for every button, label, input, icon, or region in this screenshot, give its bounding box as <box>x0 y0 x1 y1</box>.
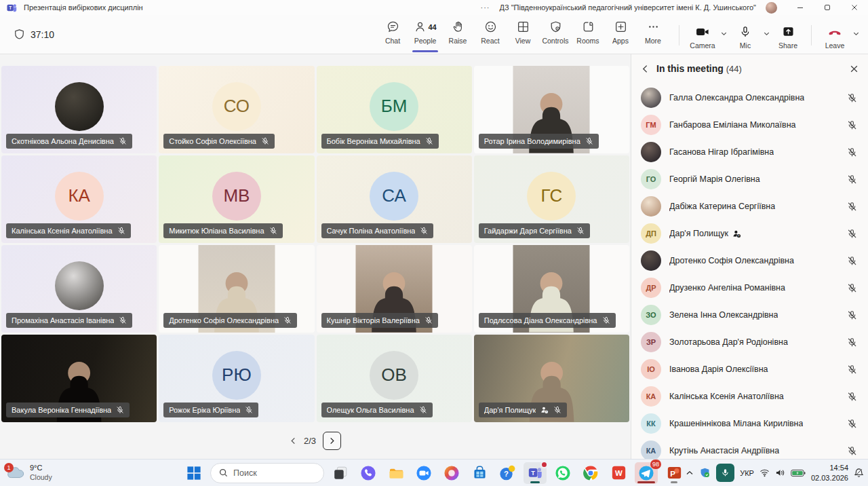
powerpoint-icon: P <box>667 465 682 481</box>
taskbar-powerpoint-button[interactable]: P <box>663 462 686 484</box>
avatar <box>55 261 104 310</box>
participant-list-item[interactable]: КККрашеніннікова Мілана Кирилівна <box>631 410 868 437</box>
participant-tile[interactable]: БМБобік Вероніка Михайлівна <box>317 66 472 153</box>
avatar <box>641 142 661 162</box>
leave-button[interactable]: Leave <box>817 20 852 50</box>
participant-tile[interactable]: ГСГайдаржи Даря Сергіївна <box>474 155 629 243</box>
react-icon <box>484 20 497 33</box>
close-button[interactable] <box>841 0 868 15</box>
mic-muted-icon <box>847 93 857 103</box>
notification-bell-icon[interactable] <box>854 468 864 478</box>
battery-icon[interactable] <box>791 469 806 477</box>
minimize-button[interactable] <box>787 0 814 15</box>
participant-list-item[interactable]: ДПДар'я Полищук? <box>631 220 868 247</box>
toolbar-more-button[interactable]: More <box>637 15 669 54</box>
participant-tile[interactable]: ОВОлещук Ольга Василівна <box>317 335 472 422</box>
toolbar-controls-button[interactable]: Controls <box>539 15 572 54</box>
toolbar-mic-button[interactable]: Mic <box>728 20 763 50</box>
back-icon[interactable] <box>641 64 650 73</box>
participant-tile[interactable]: Скотнікова Альона Денисівна <box>1 66 157 153</box>
whatsapp-icon <box>555 465 571 481</box>
mic-muted-icon <box>847 337 857 348</box>
mic-muted-icon <box>585 137 593 145</box>
participant-tile[interactable]: Дар'я Полищук? <box>474 335 629 422</box>
participant-tile[interactable]: Дротенко Софія Олександрівна <box>159 245 314 333</box>
mic-muted-icon <box>553 406 561 414</box>
mic-muted-icon <box>847 147 857 157</box>
participant-list-item[interactable]: Галла Олександра Олександрівна <box>631 84 868 111</box>
teams-icon: T <box>528 465 543 481</box>
participant-list-item[interactable]: ГОГеоргій Марія Олегівна <box>631 166 868 193</box>
tray-chevron-up-icon[interactable] <box>686 469 694 477</box>
participant-tile[interactable]: РЮРожок Еріка Юріївна <box>159 335 314 422</box>
next-page-button[interactable] <box>323 432 341 450</box>
camera-options-chevron-icon[interactable] <box>720 28 728 40</box>
toolbar-share-button[interactable]: Share <box>770 20 806 50</box>
toolbar-camera-button[interactable]: Camera <box>685 20 720 50</box>
taskbar-teams-button[interactable]: T <box>524 462 547 484</box>
close-panel-icon[interactable] <box>850 64 859 73</box>
taskbar-explorer-button[interactable] <box>384 462 408 484</box>
taskbar-telegram-button[interactable]: 98 <box>635 462 658 484</box>
participant-name: Друзенко Ангеліна Романівна <box>669 283 785 293</box>
participant-tile[interactable]: МВМикитюк Юліана Василівна <box>159 155 314 243</box>
participant-list-item[interactable]: Гасанова Нігар Ібрагімівна <box>631 138 868 166</box>
toolbar-view-button[interactable]: View <box>507 15 539 54</box>
weather-widget[interactable]: 1 9°C Cloudy <box>5 460 52 486</box>
taskbar-chrome-button[interactable] <box>579 462 602 484</box>
participant-list-item[interactable]: ГМГанбарова Еміліана Миколаївна <box>631 111 868 138</box>
participant-tile[interactable]: Вакула Вероніка Геннадіївна <box>1 335 157 422</box>
toolbar-rooms-button[interactable]: Rooms <box>572 15 604 54</box>
participant-list-item[interactable]: ЗРЗолотарьова Дар'я Родіонівна <box>631 329 868 356</box>
people-icon <box>414 20 427 33</box>
account-name[interactable]: ДЗ "Південноукраїнський педагогічний уні… <box>499 3 756 12</box>
taskbar-task-view-button[interactable] <box>329 462 352 484</box>
mic-options-chevron-icon[interactable] <box>763 28 770 40</box>
taskbar-whatsapp-button[interactable] <box>551 462 574 484</box>
wifi-icon[interactable] <box>760 468 770 477</box>
participant-tile[interactable]: СОСтойко Софія Олексіївна <box>159 66 314 153</box>
previous-page-button[interactable] <box>290 437 297 445</box>
participant-tile[interactable]: САСачук Поліна Анатоліївна <box>317 155 472 243</box>
participant-name-label: Калінська Ксенія Анатоліївна <box>6 223 131 238</box>
participant-tile[interactable]: Подлєсова Діана Олександрівна <box>474 245 629 333</box>
participant-list-item[interactable]: Дротенко Софія Олександрівна <box>631 247 868 274</box>
taskbar-help-button[interactable]: ? <box>496 462 519 484</box>
taskbar-search-input[interactable]: Поиск <box>210 463 324 483</box>
taskbar-clock[interactable]: 14:54 02.03.2026 <box>811 463 848 483</box>
titlebar-more-button[interactable]: ··· <box>480 3 490 12</box>
participant-tile[interactable]: Кушнір Вікторія Валеріївна <box>317 245 472 333</box>
participant-list-item[interactable]: ІОІванова Дарія Олексіївна <box>631 356 868 383</box>
mic-muted-icon <box>576 227 585 235</box>
participant-list-item[interactable]: КАКалінська Ксенія Анатоліївна <box>631 383 868 410</box>
toolbar-raise-button[interactable]: Raise <box>441 15 474 54</box>
avatar: БМ <box>370 82 418 131</box>
view-icon <box>517 20 530 33</box>
taskbar-copilot-button[interactable] <box>440 462 463 484</box>
taskbar-wps-button[interactable]: W <box>607 462 630 484</box>
running-app-indicator <box>530 481 540 483</box>
leave-options-chevron-icon[interactable] <box>852 28 860 40</box>
toolbar-people-button[interactable]: 44People <box>409 15 441 54</box>
participant-name-label: Подлєсова Діана Олександрівна <box>479 313 616 328</box>
maximize-button[interactable] <box>814 0 841 15</box>
start-button[interactable] <box>182 462 205 484</box>
participant-list-item[interactable]: Дабіжа Катерина Сергіївна <box>631 193 868 220</box>
participant-list-item[interactable]: КАКрутінь Анастасія Андріївна <box>631 437 868 459</box>
windows-security-icon[interactable] <box>699 467 711 479</box>
participant-tile[interactable]: Промахіна Анастасія Іванівна <box>1 245 157 333</box>
active-mic-indicator[interactable] <box>716 464 734 482</box>
taskbar-viber-button[interactable] <box>357 462 380 484</box>
participant-tile[interactable]: Ротар Ірина Володимирівна <box>474 66 629 153</box>
account-avatar[interactable] <box>766 2 777 14</box>
toolbar-apps-button[interactable]: Apps <box>604 15 637 54</box>
language-indicator[interactable]: УКР <box>740 469 754 477</box>
taskbar-zoom-button[interactable] <box>412 462 435 484</box>
participant-list-item[interactable]: ДРДрузенко Ангеліна Романівна <box>631 274 868 301</box>
volume-icon[interactable] <box>775 468 785 477</box>
taskbar-store-button[interactable] <box>468 462 491 484</box>
toolbar-chat-button[interactable]: Chat <box>376 15 409 54</box>
participant-list-item[interactable]: ЗОЗелена Інна Олександрівна <box>631 301 868 329</box>
participant-tile[interactable]: КАКалінська Ксенія Анатоліївна <box>1 155 157 243</box>
toolbar-react-button[interactable]: React <box>474 15 507 54</box>
